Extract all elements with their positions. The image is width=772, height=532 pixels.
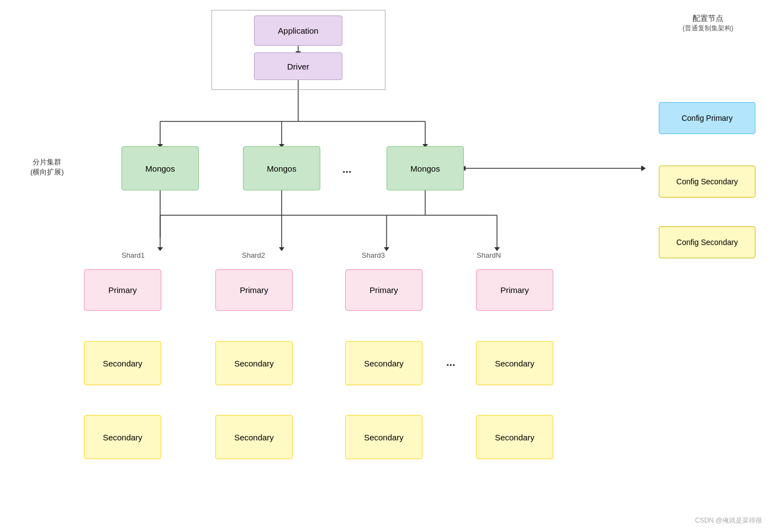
svg-marker-15: [157, 247, 163, 251]
primary-box-N: Primary: [476, 269, 553, 311]
secondary-box-2-2: Secondary: [215, 415, 293, 459]
svg-marker-19: [384, 247, 389, 251]
shardN-label: ShardN: [477, 251, 501, 259]
secondary-box-2-1: Secondary: [215, 341, 293, 385]
secondary-box-1-2: Secondary: [84, 415, 161, 459]
mongos-label-1: Mongos: [145, 164, 175, 173]
config-primary-box: Config Primary: [659, 102, 755, 134]
diagram-container: Application Driver Mongos Mongos ... Mon…: [0, 0, 772, 532]
secondary-box-1-1: Secondary: [84, 341, 161, 385]
mongos-box-3: Mongos: [387, 146, 464, 190]
mongos-label-3: Mongos: [410, 164, 440, 173]
side-label: 分片集群 (横向扩展): [30, 157, 64, 177]
mongos-label-2: Mongos: [267, 164, 296, 173]
secondary-box-3-1: Secondary: [345, 341, 422, 385]
config-secondary-box-1: Config Secondary: [659, 166, 755, 198]
application-label: Application: [278, 26, 318, 35]
shard3-label: Shard3: [362, 251, 385, 259]
shard2-label: Shard2: [242, 251, 265, 259]
config-secondary-box-2: Config Secondary: [659, 226, 755, 258]
mongos-ellipsis: ...: [342, 163, 352, 175]
primary-box-3: Primary: [345, 269, 422, 311]
primary-box-1: Primary: [84, 269, 161, 311]
shard1-label: Shard1: [121, 251, 145, 259]
watermark: CSDN @俺就是菜得很: [695, 516, 762, 525]
driver-box: Driver: [254, 52, 342, 80]
primary-box-2: Primary: [215, 269, 293, 311]
secondary-ellipsis-1: ...: [446, 356, 456, 369]
config-label: 配置节点 (普通复制集架构): [683, 14, 733, 33]
mongos-box-2: Mongos: [243, 146, 320, 190]
driver-label: Driver: [287, 62, 309, 71]
application-box: Application: [254, 15, 342, 46]
svg-marker-21: [494, 247, 500, 251]
secondary-box-N-2: Secondary: [476, 415, 553, 459]
svg-marker-17: [279, 247, 284, 251]
secondary-box-N-1: Secondary: [476, 341, 553, 385]
svg-marker-24: [642, 166, 646, 171]
secondary-box-3-2: Secondary: [345, 415, 422, 459]
mongos-box-1: Mongos: [121, 146, 199, 190]
